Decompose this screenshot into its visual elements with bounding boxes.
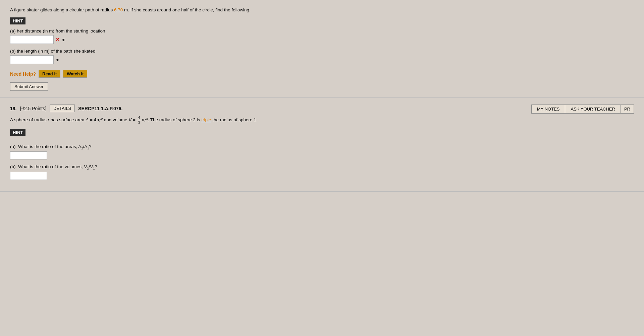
fraction-denominator: 3 <box>138 120 141 125</box>
page-container: A figure skater glides along a circular … <box>0 0 644 195</box>
unit-label-18b: m <box>56 57 59 62</box>
question-18-block: A figure skater glides along a circular … <box>0 3 644 98</box>
error-icon-18a: ✕ <box>56 37 60 42</box>
answer-input-18a[interactable] <box>10 35 54 44</box>
answer-input-19b[interactable] <box>10 172 47 180</box>
radius-value: 6.70 <box>114 7 123 12</box>
answer-input-18b[interactable] <box>10 55 54 64</box>
sub-b-label-19: (b) What is the ratio of the volumes, V2… <box>10 164 634 170</box>
input-row-18b: m <box>10 55 634 64</box>
sub-a-label-19: (a) What is the ratio of the areas, A2/A… <box>10 144 634 150</box>
fraction-4-3: 43 <box>138 116 141 125</box>
sub-b-label-18: (b) the length (in m) of the path she sk… <box>10 49 634 54</box>
r-var: r <box>48 118 50 123</box>
input-row-19b <box>10 172 634 180</box>
question-header-19: 19. [-/2.5 Points] DETAILS SERCP11 1.A.P… <box>10 105 634 112</box>
pr-button[interactable]: PR <box>621 105 634 114</box>
ask-teacher-button[interactable]: ASK YOUR TEACHER <box>565 105 621 114</box>
problem-text-18: A figure skater glides along a circular … <box>10 7 634 13</box>
read-it-button[interactable]: Read It <box>39 70 60 78</box>
hint-label-19: HINT <box>13 130 23 135</box>
sub-question-18b: (b) the length (in m) of the path she sk… <box>10 49 634 64</box>
input-row-18a: ✕ m <box>10 35 634 44</box>
fraction-numerator: 4 <box>138 116 141 120</box>
A-var: A <box>86 118 89 123</box>
submit-answer-button-18[interactable]: Submit Answer <box>10 82 48 91</box>
radius-unit: m <box>124 7 128 12</box>
triple-text: triple <box>201 118 211 123</box>
need-help-row-18: Need Help? Read It Watch It <box>10 70 634 78</box>
unit-label-18a: m <box>62 37 65 42</box>
top-right-buttons-19: MY NOTES ASK YOUR TEACHER PR <box>531 105 634 114</box>
sub-question-19a: (a) What is the ratio of the areas, A2/A… <box>10 144 634 160</box>
r-squared: r2 <box>99 118 103 123</box>
sub-question-19b: (b) What is the ratio of the volumes, V2… <box>10 164 634 180</box>
points-label-19: [-/2.5 Points] <box>20 106 46 111</box>
sub-question-18a: (a) her distance (in m) from the startin… <box>10 28 634 44</box>
submit-row-18: Submit Answer <box>10 82 634 91</box>
problem-text-19: A sphere of radius r has surface area A … <box>10 116 634 125</box>
problem-code-19: SERCP11 1.A.P.076. <box>78 106 122 111</box>
my-notes-button[interactable]: MY NOTES <box>531 105 566 114</box>
need-help-label-18: Need Help? <box>10 71 36 77</box>
answer-input-19a[interactable] <box>10 151 47 159</box>
hint-box-19: HINT <box>10 129 25 136</box>
r-cubed: r3 <box>145 118 148 123</box>
question-number-19: 19. <box>10 106 16 111</box>
input-row-19a <box>10 151 634 159</box>
hint-box-18: HINT <box>10 17 25 24</box>
sub-a-label-18: (a) her distance (in m) from the startin… <box>10 28 634 33</box>
question-19-block: 19. [-/2.5 Points] DETAILS SERCP11 1.A.P… <box>0 101 644 192</box>
details-button-19[interactable]: DETAILS <box>50 105 75 112</box>
watch-it-button[interactable]: Watch It <box>63 70 87 78</box>
hint-label-18: HINT <box>13 18 23 23</box>
V-var: V <box>128 118 131 123</box>
